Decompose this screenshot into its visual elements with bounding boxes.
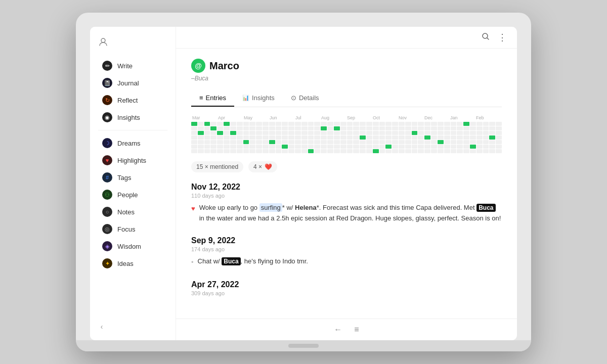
grid-cell (418, 122, 424, 126)
grid-cell (379, 135, 385, 140)
grid-cell (191, 122, 197, 126)
insights-tab-icon: 📊 (242, 95, 249, 101)
grid-cell (353, 140, 359, 144)
grid-cell (347, 149, 353, 153)
activity-grid-container: Mar Apr May Jun Jul Aug Sep Oct Nov Dec … (191, 115, 502, 153)
entries-list: Nov 12, 2022110 days ago♥Woke up early t… (191, 183, 502, 296)
list-button[interactable]: ≡ (354, 325, 359, 334)
grid-cell (483, 135, 489, 140)
grid-label-may: May (244, 115, 270, 120)
sidebar-item-write[interactable]: ✏Write (94, 57, 171, 74)
grid-cell (295, 126, 301, 130)
grid-cell (334, 135, 340, 140)
grid-cell (444, 149, 450, 153)
grid-cell (314, 131, 320, 135)
grid-cell (451, 145, 457, 149)
grid-cell (353, 149, 359, 153)
sidebar-item-highlights[interactable]: ♥Highlights (94, 152, 171, 169)
back-button[interactable]: ← (334, 325, 342, 334)
grid-cell (353, 135, 359, 140)
grid-cell (249, 149, 255, 153)
grid-cell (256, 126, 262, 130)
journal-nav-label: Journal (117, 79, 139, 87)
grid-cell (230, 122, 236, 126)
grid-cell (230, 140, 236, 144)
entry-text: Woke up early to go surfing* w/ Helena*.… (199, 203, 502, 224)
grid-cell (276, 149, 282, 153)
stats-badges: 15 × mentioned 4 × ❤️ (191, 161, 502, 172)
sidebar-item-ideas[interactable]: ✦Ideas (94, 255, 171, 272)
entry-days-ago: 309 days ago (191, 290, 502, 296)
sidebar-item-tags[interactable]: #Tags (94, 169, 171, 186)
grid-cell (224, 135, 230, 140)
sidebar-item-notes[interactable]: ○Notes (94, 203, 171, 220)
svg-line-2 (487, 38, 489, 39)
grid-cell (256, 149, 262, 153)
grid-cell (451, 140, 457, 144)
grid-cell (210, 140, 216, 144)
grid-cell (392, 135, 398, 140)
grid-cell (476, 126, 483, 130)
more-menu-button[interactable]: ⋮ (498, 32, 507, 43)
grid-cell (451, 131, 457, 135)
grid-cell (463, 145, 469, 149)
grid-cell (379, 126, 385, 130)
sidebar-item-insights[interactable]: ◉Insights (94, 109, 171, 126)
grid-cell (366, 135, 372, 140)
grid-cell (243, 135, 249, 140)
grid-cell (295, 149, 301, 153)
grid-cell (444, 131, 450, 135)
grid-cell (412, 122, 418, 126)
grid-cell (424, 149, 430, 153)
grid-cell (295, 140, 301, 144)
grid-cell (483, 145, 489, 149)
grid-cell (334, 149, 340, 153)
grid-cell (451, 126, 457, 130)
grid-cell (295, 145, 301, 149)
sidebar-item-wisdom[interactable]: ◈Wisdom (94, 238, 171, 255)
text-highlight-bold: Buca (222, 257, 240, 265)
grid-cell (463, 135, 469, 140)
grid-cell (191, 140, 197, 144)
grid-cell (476, 145, 483, 149)
search-button[interactable] (482, 32, 490, 42)
sidebar-item-people[interactable]: ⚇People (94, 186, 171, 203)
grid-cell (256, 140, 262, 144)
grid-cell (476, 135, 483, 140)
grid-label-sep: Sep (347, 115, 373, 120)
grid-cell (347, 122, 353, 126)
text-highlight-blue: surfing (259, 203, 282, 212)
grid-cell (308, 140, 314, 144)
grid-cell (476, 122, 483, 126)
sidebar-item-focus[interactable]: ◎Focus (94, 220, 171, 238)
grid-cell (237, 135, 243, 140)
tab-insights[interactable]: 📊 Insights (234, 90, 283, 107)
ideas-nav-icon: ✦ (102, 258, 112, 268)
grid-cell (444, 140, 450, 144)
sidebar-item-reflect[interactable]: ↻Reflect (94, 92, 171, 109)
grid-cell (269, 122, 275, 126)
entry-heart-bullet: ♥ (191, 204, 195, 224)
sidebar-item-dreams[interactable]: ☽Dreams (94, 134, 171, 152)
grid-cell (340, 149, 346, 153)
activity-grid (191, 122, 502, 153)
user-avatar[interactable] (90, 33, 176, 57)
person-header: @ Marco (191, 59, 502, 73)
tab-details[interactable]: ⊙ Details (283, 90, 327, 107)
grid-cell (243, 140, 249, 144)
grid-cell (314, 149, 320, 153)
grid-cell (301, 145, 308, 149)
grid-cell (210, 131, 216, 135)
grid-cell (237, 131, 243, 135)
grid-cell (431, 145, 437, 149)
grid-cell (412, 140, 418, 144)
grid-cell (288, 122, 294, 126)
sidebar-collapse-button[interactable]: ‹ (96, 321, 107, 332)
grid-cell (321, 126, 327, 130)
grid-cell (308, 145, 314, 149)
grid-cell (489, 122, 495, 126)
entry-date: Apr 27, 2022 (191, 280, 502, 289)
sidebar-item-journal[interactable]: 📓Journal (94, 74, 171, 92)
grid-cell (295, 122, 301, 126)
tab-entries[interactable]: ≡ Entries (191, 90, 234, 107)
